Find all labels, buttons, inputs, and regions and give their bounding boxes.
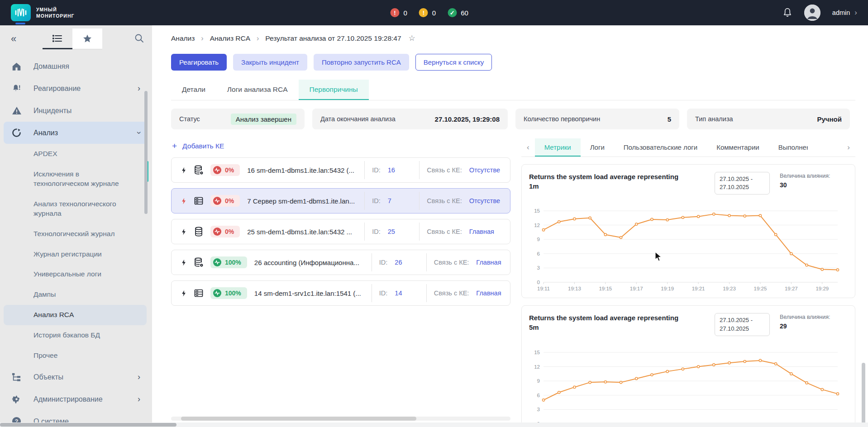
svg-text:3: 3 <box>537 407 540 412</box>
sidebar-item-apdex[interactable]: APDEX <box>0 144 152 164</box>
sidebar-item-reaction[interactable]: Реагирование › <box>0 77 152 100</box>
notifications-bell-icon[interactable] <box>782 7 792 18</box>
sidebar-item-registration-log[interactable]: Журнал регистрации <box>0 244 152 265</box>
ke-link[interactable]: Главная <box>469 228 494 235</box>
tab-rca-logs[interactable]: Логи анализа RCA <box>216 80 299 100</box>
ke-id-link[interactable]: 14 <box>395 289 402 297</box>
sidebar-item-analysis[interactable]: Анализ › <box>4 122 148 144</box>
svg-text:19:29: 19:29 <box>816 286 829 291</box>
tab-details[interactable]: Детали <box>171 80 216 100</box>
line-chart-load-1m[interactable]: 0369121519:1119:1319:1519:1719:1919:2119… <box>529 206 844 293</box>
favorite-star-icon[interactable]: ☆ <box>409 33 415 43</box>
breadcrumb-current: Результат анализа от 27.10.2025 19:28:47 <box>265 34 401 43</box>
metric-card-load-5m: Returns the system load average represen… <box>521 305 855 427</box>
tab-user-logs[interactable]: Пользовательские логи <box>614 138 707 157</box>
detail-tabs: Детали Логи анализа RCA Первопричины <box>171 80 855 100</box>
tabs-scroll-left-icon[interactable]: ‹ <box>521 143 535 152</box>
database-settings-icon <box>193 257 205 268</box>
sidebar-item-incidents[interactable]: Инциденты <box>0 100 152 122</box>
pulse-icon <box>213 197 221 205</box>
sidebar-item-home[interactable]: Домашняя <box>0 55 152 77</box>
ke-id-link[interactable]: 25 <box>388 228 395 235</box>
date-range-input[interactable]: 27.10.2025 - 27.10.2025 <box>715 313 770 336</box>
impact-badge: 100% <box>210 256 247 268</box>
main-content: Анализ › Анализ RCA › Результат анализа … <box>152 25 868 427</box>
ke-row-25[interactable]: 0% 25 sm-dem1-dbms1.ite.lan:5432 ... ID:… <box>171 219 510 244</box>
svg-text:9: 9 <box>537 237 540 242</box>
action-toolbar: Реагировать Закрыть инцидент Повторно за… <box>171 54 855 71</box>
divider <box>364 223 365 241</box>
tab-logs[interactable]: Логи <box>581 138 614 157</box>
sidebar-scrollbar[interactable] <box>144 91 148 214</box>
chevron-right-icon: › <box>257 34 259 43</box>
page-horizontal-scrollbar[interactable] <box>0 422 868 427</box>
ke-row-14[interactable]: 100% 14 sm-dem1-srv1c1.ite.lan:1541 (...… <box>171 280 510 306</box>
tab-comments[interactable]: Комментарии <box>707 138 768 157</box>
warning-counter[interactable]: ! 0 <box>419 8 436 17</box>
impact-badge: 0% <box>210 195 240 207</box>
ke-row-16[interactable]: 0% 16 sm-dem1-dbms1.ite.lan:5432 (... ID… <box>171 157 510 183</box>
sidebar-item-tech-log-analysis[interactable]: Анализ технологического журнала <box>0 194 136 224</box>
react-button[interactable]: Реагировать <box>171 54 227 71</box>
back-to-list-button[interactable]: Вернуться к списку <box>415 54 492 71</box>
sidebar-item-tech-log[interactable]: Технологический журнал <box>0 224 152 244</box>
sidebar-item-tech-log-exceptions[interactable]: Исключения в технологическом журнале <box>0 164 140 194</box>
sidebar-item-universal-logs[interactable]: Универсальные логи <box>0 264 152 285</box>
ke-row-7[interactable]: 0% 7 Сервер sm-dem1-dbms1.ite.lan... ID:… <box>171 188 510 214</box>
root-cause-detail-panel: ‹ Метрики Логи Пользовательские логи Ком… <box>521 138 855 427</box>
app-logo[interactable]: УМНЫЙ МОНИТОРИНГ <box>11 4 74 21</box>
tabs-scroll-right-icon[interactable]: › <box>842 143 855 152</box>
svg-text:0: 0 <box>537 280 540 285</box>
server-icon <box>193 288 205 299</box>
tab-root-causes[interactable]: Первопричины <box>299 80 369 100</box>
collapse-sidebar-button[interactable]: « <box>11 33 16 45</box>
ok-counter[interactable]: ✓ 60 <box>448 8 468 17</box>
username: admin <box>832 9 850 16</box>
metrics-vertical-scrollbar[interactable] <box>862 363 865 427</box>
tab-executed[interactable]: Выполнен <box>769 138 808 157</box>
breadcrumb-analysis[interactable]: Анализ <box>171 34 195 43</box>
user-menu[interactable]: admin › <box>832 8 857 17</box>
metric-card-load-1m: Returns the system load average represen… <box>521 164 855 298</box>
bolt-icon <box>181 228 187 235</box>
ke-row-26[interactable]: 100% 26 accounting (Информационна... ID:… <box>171 250 510 275</box>
sidebar-item-other[interactable]: Прочее <box>0 346 152 366</box>
impact-badge: 0% <box>210 164 240 176</box>
ke-id-link[interactable]: 7 <box>388 197 391 204</box>
sidebar-item-objects[interactable]: Объекты › <box>0 366 152 388</box>
sidebar-search-icon[interactable] <box>134 33 144 45</box>
impact-value-block: Величина влияния: 29 <box>780 313 848 331</box>
ke-list-horizontal-scrollbar[interactable] <box>171 417 510 421</box>
ke-link[interactable]: Главная <box>476 289 501 297</box>
chevron-right-icon: › <box>854 8 857 17</box>
close-incident-button[interactable]: Закрыть инцидент <box>233 54 307 71</box>
breadcrumb-rca[interactable]: Анализ RCA <box>210 34 250 43</box>
pulse-icon <box>213 289 221 297</box>
date-range-input[interactable]: 27.10.2025 - 27.10.2025 <box>715 172 770 195</box>
ke-link[interactable]: Главная <box>476 259 501 266</box>
sidebar: « Домашняя <box>0 25 152 427</box>
sidebar-item-rca-analysis[interactable]: Анализ RCA <box>4 305 147 325</box>
divider <box>419 161 420 179</box>
avatar[interactable] <box>804 5 820 21</box>
add-ke-button[interactable]: + Добавить КЕ <box>171 138 510 157</box>
sidebar-tab-favorites[interactable] <box>72 28 102 49</box>
rerun-rca-button[interactable]: Повторно запустить RCA <box>314 54 409 71</box>
sync-icon <box>12 128 22 138</box>
line-chart-load-5m[interactable]: 0369121519:1119:1319:1519:1719:1919:2119… <box>529 348 844 427</box>
ke-link[interactable]: Отсутстве <box>469 166 500 174</box>
svg-text:15: 15 <box>534 350 540 355</box>
divider <box>426 253 427 271</box>
ke-name: 7 Сервер sm-dem1-dbms1.ite.lan... <box>247 197 357 205</box>
sidebar-tab-list[interactable] <box>43 28 72 49</box>
ke-link[interactable]: Отсутстве <box>469 197 500 204</box>
ke-id-link[interactable]: 16 <box>388 166 395 174</box>
sidebar-item-backup-history[interactable]: История бэкапов БД <box>0 325 152 346</box>
tab-metrics[interactable]: Метрики <box>535 138 581 157</box>
critical-counter[interactable]: ! 0 <box>390 8 407 17</box>
ke-id-link[interactable]: 26 <box>395 259 402 266</box>
sidebar-item-administration[interactable]: Администрирование › <box>0 388 152 410</box>
svg-text:12: 12 <box>534 223 540 228</box>
waveform-icon <box>14 8 27 18</box>
sidebar-item-dumps[interactable]: Дампы <box>0 285 152 305</box>
